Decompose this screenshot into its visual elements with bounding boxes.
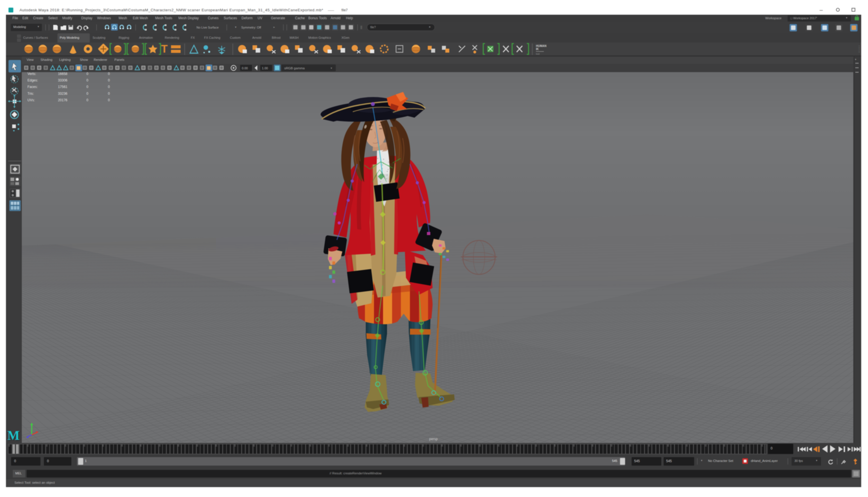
- svg-text:persp: persp: [429, 437, 438, 441]
